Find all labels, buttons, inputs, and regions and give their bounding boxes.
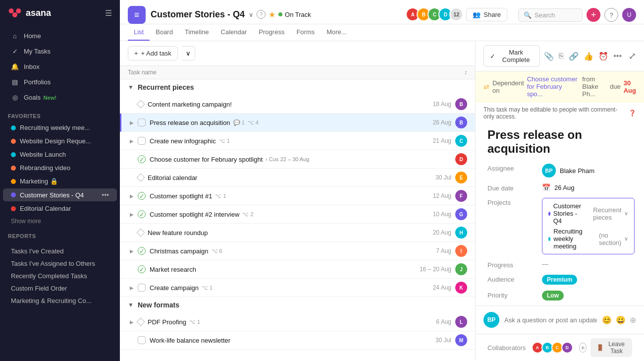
sidebar-item-home[interactable]: ⌂ Home bbox=[3, 28, 117, 43]
header-actions: 🔍 Search + ? U bbox=[518, 8, 636, 22]
section-header-recurrent[interactable]: ▼ Recurrent pieces bbox=[120, 79, 475, 95]
project-title-area: Customer Stories - Q4 ∨ ? ★ On Track A B… bbox=[151, 7, 507, 22]
task-expand-icon[interactable]: ▶ bbox=[128, 193, 136, 199]
task-avatar: L bbox=[455, 316, 467, 328]
report-item-custom-field[interactable]: Custom Field Order bbox=[0, 282, 120, 295]
task-expand-icon[interactable]: ▶ bbox=[128, 138, 136, 144]
tab-board[interactable]: Board bbox=[150, 24, 179, 41]
tab-more[interactable]: More... bbox=[321, 24, 352, 41]
search-icon: 🔍 bbox=[524, 11, 532, 19]
leave-task-button[interactable]: 🚪 Leave Task bbox=[590, 338, 632, 357]
sidebar-toggle[interactable]: ☰ bbox=[105, 8, 112, 18]
bar-chart-icon: ▤ bbox=[11, 78, 19, 86]
task-row[interactable]: Work-life balance newsletter 30 Jul M bbox=[120, 331, 475, 350]
sidebar-fav-recruiting[interactable]: Recruiting weekly mee... bbox=[3, 121, 117, 134]
link-icon[interactable]: 🔗 bbox=[569, 52, 579, 61]
task-name: PDF Proofing ⌥ 1 bbox=[148, 318, 436, 326]
tab-timeline[interactable]: Timeline bbox=[179, 24, 215, 41]
task-name: Christmas campaign ⌥ 6 bbox=[150, 247, 436, 255]
report-item-marketing[interactable]: Marketing & Recruiting Co... bbox=[0, 295, 120, 307]
section-header-new-formats[interactable]: ▼ New formats bbox=[120, 297, 475, 313]
add-task-dropdown-button[interactable]: ∨ bbox=[182, 46, 195, 60]
sidebar-fav-rebranding[interactable]: Rebranding video bbox=[3, 162, 117, 174]
add-button[interactable]: + bbox=[587, 8, 600, 22]
emoji-reaction-icon[interactable]: 😀 bbox=[616, 315, 626, 325]
share-button[interactable]: 👥 Share bbox=[466, 8, 507, 21]
task-row[interactable]: Content marketing campaign! 18 Aug B bbox=[120, 95, 475, 114]
project-title: Customer Stories - Q4 bbox=[151, 9, 245, 20]
sidebar-item-goals[interactable]: ◎ Goals New! bbox=[3, 90, 117, 105]
sidebar: asana ☰ ⌂ Home ✓ My Tasks 🔔 Inbox ▤ Port… bbox=[0, 0, 120, 361]
user-avatar[interactable]: U bbox=[622, 8, 636, 22]
task-expand-icon[interactable]: ▶ bbox=[128, 120, 136, 125]
task-row[interactable]: Editorial calendar 30 Jul E bbox=[120, 169, 475, 187]
section-chevron-icon: ▼ bbox=[128, 84, 134, 91]
fav-dot bbox=[11, 192, 16, 197]
help-button[interactable]: ? bbox=[604, 8, 618, 22]
task-row[interactable]: ▶ ✓ Customer spotlight #2 interview ⌥ 2 … bbox=[120, 205, 475, 224]
tab-progress[interactable]: Progress bbox=[253, 24, 290, 41]
fav-dot bbox=[11, 152, 16, 157]
task-expand-icon[interactable]: ▶ bbox=[128, 248, 136, 254]
sidebar-item-portfolios[interactable]: ▤ Portfolios bbox=[3, 74, 117, 89]
tab-calendar[interactable]: Calendar bbox=[215, 24, 253, 41]
task-row[interactable]: ▶ ✓ Customer spotlight #1 ⌥ 1 12 Aug F bbox=[120, 187, 475, 205]
tab-forms[interactable]: Forms bbox=[290, 24, 321, 41]
search-box[interactable]: 🔍 Search bbox=[518, 8, 583, 22]
comment-area: BP 😊 😀 ⊕ bbox=[476, 305, 644, 334]
comment-input[interactable] bbox=[504, 316, 597, 324]
section-title-new-formats: New formats bbox=[138, 301, 179, 309]
report-item-assigned[interactable]: Tasks I've Assigned to Others bbox=[0, 257, 120, 270]
more-options-icon[interactable]: ⊕ bbox=[630, 315, 636, 325]
attachment-icon[interactable]: 📎 bbox=[544, 52, 554, 61]
project-chevron-icon[interactable]: ∨ bbox=[624, 210, 628, 217]
subtask-icon: ⌥ 1 bbox=[202, 285, 213, 291]
subtask-action-icon[interactable]: ⎘ bbox=[559, 52, 564, 60]
more-icon[interactable]: ••• bbox=[613, 52, 622, 60]
task-label-tag: ‹ Cus 22 – 30 Aug bbox=[266, 156, 309, 162]
add-task-button[interactable]: + + Add task bbox=[128, 46, 178, 60]
task-check-square bbox=[138, 336, 146, 344]
task-row[interactable]: New feature roundup 20 Aug H bbox=[120, 224, 475, 242]
sidebar-item-my-tasks[interactable]: ✓ My Tasks bbox=[3, 44, 117, 59]
task-row[interactable]: ▶ Create new infographic ⌥ 1 21 Aug C bbox=[120, 132, 475, 150]
task-row[interactable]: ▶ PDF Proofing ⌥ 1 6 Aug L bbox=[120, 313, 475, 331]
sidebar-fav-website-design[interactable]: Website Design Reque... bbox=[3, 135, 117, 147]
task-row[interactable]: ✓ Choose customer for February spotlight… bbox=[120, 150, 475, 169]
task-avatar: B bbox=[455, 117, 467, 128]
sort-button[interactable]: ↕ bbox=[464, 69, 467, 76]
task-expand-icon[interactable]: ▶ bbox=[128, 319, 136, 325]
task-avatar: C bbox=[455, 135, 467, 147]
mark-complete-button[interactable]: ✓ Mark Complete bbox=[483, 45, 540, 67]
project-info-icon[interactable]: ? bbox=[257, 10, 266, 19]
task-row[interactable]: ▶ Create campaign ⌥ 1 24 Aug K bbox=[120, 279, 475, 297]
task-row[interactable]: ▶ ✓ Christmas campaign ⌥ 6 7 Aug I bbox=[120, 242, 475, 260]
emoji-icon[interactable]: 😊 bbox=[602, 315, 612, 325]
project-star-icon[interactable]: ★ bbox=[268, 10, 275, 19]
show-more-button[interactable]: Show more bbox=[0, 215, 120, 227]
clock-icon[interactable]: ⏰ bbox=[598, 52, 608, 61]
dependency-link[interactable]: Choose customer for February spo... bbox=[527, 75, 580, 98]
check-circle-icon: ✓ bbox=[11, 47, 19, 55]
sidebar-fav-website-launch[interactable]: Website Launch bbox=[3, 148, 117, 161]
add-collaborator-button[interactable]: + bbox=[579, 343, 587, 353]
report-item-created[interactable]: Tasks I've Created bbox=[0, 245, 120, 257]
sidebar-fav-customer-stories[interactable]: Customer Stories - Q4 ••• bbox=[3, 188, 117, 201]
report-item-recently-completed[interactable]: Recently Completed Tasks bbox=[0, 270, 120, 282]
task-expand-icon[interactable]: ▶ bbox=[128, 285, 136, 291]
task-name: Content marketing campaign! bbox=[148, 101, 433, 108]
detail-close-icon[interactable]: ⤢ bbox=[629, 51, 636, 61]
tab-list[interactable]: List bbox=[128, 24, 150, 41]
help-icon: ❓ bbox=[629, 110, 636, 117]
like-icon[interactable]: 👍 bbox=[584, 52, 593, 61]
content-area: + + Add task ∨ Task name ↕ ▼ Recurrent p… bbox=[120, 41, 644, 361]
sidebar-item-inbox[interactable]: 🔔 Inbox bbox=[3, 59, 117, 74]
task-expand-icon[interactable]: ▶ bbox=[128, 212, 136, 217]
sidebar-fav-editorial[interactable]: Editorial Calendar bbox=[3, 202, 117, 215]
project-chevron-icon[interactable]: ∨ bbox=[624, 236, 628, 242]
task-row-selected[interactable]: ▶ Press release on acquisition 💬 1 ⌥ 4 2… bbox=[120, 114, 475, 132]
task-row[interactable]: ✓ Market research 16 – 20 Aug J bbox=[120, 260, 475, 279]
sidebar-fav-marketing[interactable]: Marketing 🔒 bbox=[3, 175, 117, 187]
project-chevron-icon[interactable]: ∨ bbox=[249, 11, 254, 18]
more-options-icon[interactable]: ••• bbox=[102, 191, 109, 199]
